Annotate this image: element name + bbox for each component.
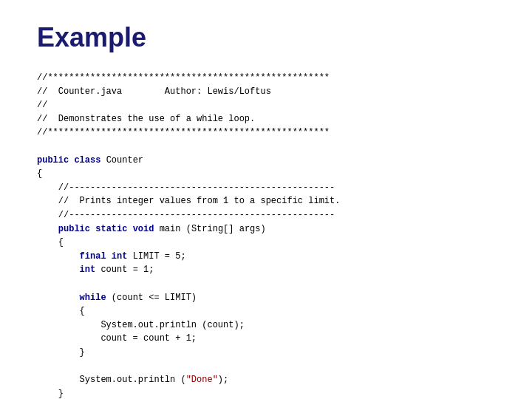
code-comment: //**************************************… <box>37 71 495 399</box>
slide: Example //******************************… <box>0 0 532 399</box>
slide-title: Example <box>37 22 495 53</box>
code-block: //**************************************… <box>37 71 495 399</box>
